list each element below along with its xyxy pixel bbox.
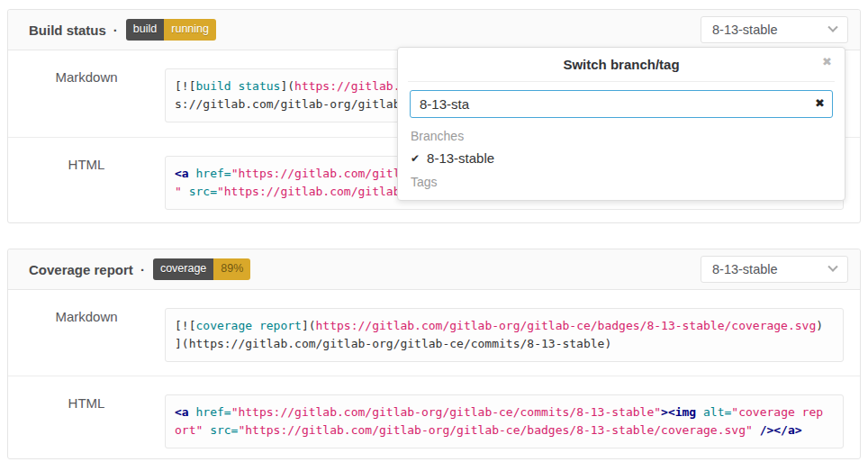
chevron-down-icon <box>827 262 837 272</box>
row-label: Markdown <box>8 309 165 324</box>
check-icon: ✔ <box>411 152 420 165</box>
coverage-report-header: Coverage report · coverage 89% 8-13-stab… <box>8 249 860 290</box>
badge-label: coverage <box>153 258 213 280</box>
title-separator: · <box>140 262 145 277</box>
build-status-header: Build status · build running 8-13-stable <box>8 10 860 50</box>
badge-value: 89% <box>213 258 250 280</box>
badge-label: build <box>126 19 164 41</box>
branch-select-value: 8-13-stable <box>712 262 778 276</box>
chevron-down-icon <box>827 23 837 32</box>
row-label: HTML <box>8 395 165 411</box>
popup-title: Switch branch/tag <box>563 57 679 72</box>
branch-item-label: 8-13-stable <box>427 150 494 166</box>
row-label: Markdown <box>8 69 165 85</box>
row-label: HTML <box>8 157 165 172</box>
branch-select-value: 8-13-stable <box>712 23 778 37</box>
close-icon[interactable]: ✖ <box>822 56 832 68</box>
title-separator: · <box>113 23 118 38</box>
branch-select-dropdown[interactable]: 8-13-stable <box>701 256 848 283</box>
coverage-report-panel: Coverage report · coverage 89% 8-13-stab… <box>7 249 861 459</box>
branch-search-input[interactable] <box>410 90 833 118</box>
markdown-row: Markdown [![coverage report](https://git… <box>8 290 860 376</box>
tags-heading: Tags <box>411 175 832 189</box>
panel-title: Build status <box>29 23 106 38</box>
html-row: HTML <a href="https://gitlab.com/gitlab-… <box>8 376 860 458</box>
switch-branch-popup: Switch branch/tag ✖ ✖ Branches ✔ 8-13-st… <box>397 47 845 201</box>
branch-item-8-13-stable[interactable]: ✔ 8-13-stable <box>411 150 832 166</box>
coverage-badge: coverage 89% <box>153 258 250 280</box>
branch-tag-list: Branches ✔ 8-13-stable Tags <box>398 118 845 189</box>
page: { "colors": { "badge_gray": "#4e4e4e", "… <box>0 0 868 471</box>
branch-select-dropdown[interactable]: 8-13-stable <box>701 16 848 43</box>
search-field-wrap: ✖ <box>410 90 833 118</box>
popup-titlebar: Switch branch/tag ✖ <box>408 48 835 82</box>
build-status-badge: build running <box>126 19 216 41</box>
markdown-code-block: [![coverage report](https://gitlab.com/g… <box>165 308 844 362</box>
panel-title: Coverage report <box>29 262 133 277</box>
html-code-block: <a href="https://gitlab.com/gitlab-org/g… <box>165 394 844 448</box>
clear-search-icon[interactable]: ✖ <box>815 97 825 109</box>
branches-heading: Branches <box>411 129 832 143</box>
badge-value: running <box>164 19 216 41</box>
